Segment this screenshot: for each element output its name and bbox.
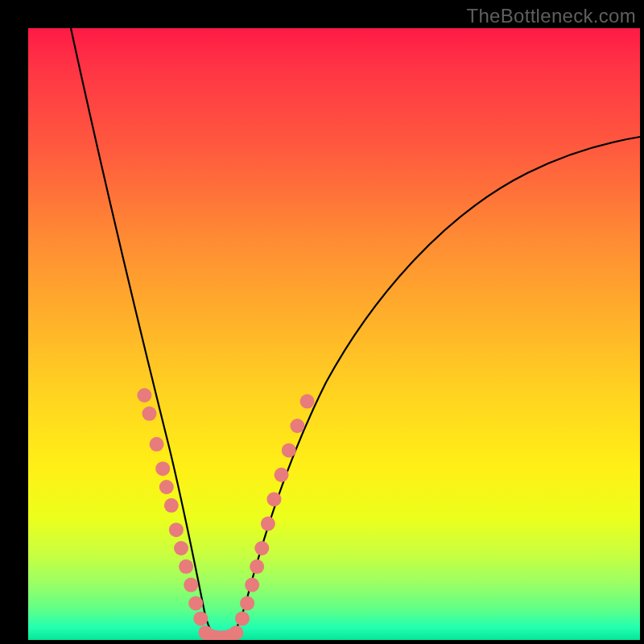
marker-dot xyxy=(142,407,157,421)
chart-frame: TheBottleneck.com xyxy=(0,0,644,644)
marker-dot xyxy=(254,541,269,555)
marker-dot xyxy=(261,517,275,531)
marker-dot xyxy=(282,443,296,457)
marker-dot xyxy=(174,541,188,555)
curve-svg xyxy=(28,28,640,640)
marker-dot xyxy=(155,461,170,476)
plot-area xyxy=(28,28,640,640)
marker-dot xyxy=(245,578,259,592)
marker-dot xyxy=(159,480,174,494)
marker-dot xyxy=(137,388,151,402)
marker-dot xyxy=(179,559,193,574)
marker-dot xyxy=(150,437,164,452)
marker-dot xyxy=(184,578,198,592)
marker-dot xyxy=(250,559,264,574)
marker-dot xyxy=(290,419,304,433)
marker-dot xyxy=(235,611,250,625)
marker-dot xyxy=(300,394,315,409)
marker-dot xyxy=(193,611,208,625)
bottleneck-curve xyxy=(71,28,640,635)
marker-dot xyxy=(229,625,243,640)
watermark-text: TheBottleneck.com xyxy=(466,5,636,27)
marker-dot xyxy=(267,492,282,506)
marker-dot xyxy=(275,468,289,482)
marker-dot xyxy=(240,596,254,610)
marker-dot xyxy=(188,596,203,610)
marker-dot xyxy=(164,498,179,513)
marker-dot xyxy=(169,522,184,537)
